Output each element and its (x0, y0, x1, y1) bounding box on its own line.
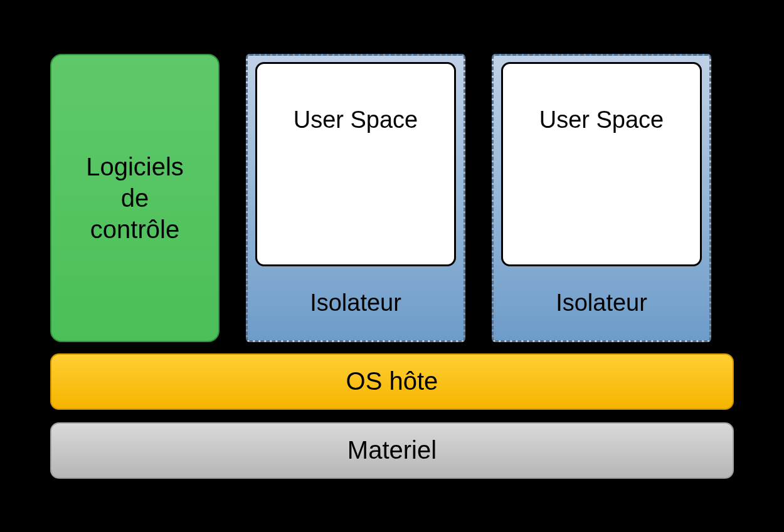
isolator-2-label-wrap: Isolateur (494, 266, 709, 340)
user-space-2: User Space (501, 62, 702, 266)
user-space-2-label: User Space (539, 107, 664, 133)
user-space-1: User Space (255, 62, 456, 266)
host-os-box: OS hôte (50, 353, 734, 410)
user-space-1-label: User Space (294, 107, 418, 133)
isolator-1-label: Isolateur (310, 289, 401, 316)
host-os-label: OS hôte (346, 367, 438, 395)
control-software-label: Logiciels de contrôle (86, 151, 184, 245)
isolator-box-1: User Space Isolateur (246, 54, 465, 342)
top-row: Logiciels de contrôle User Space Isolate… (50, 54, 734, 342)
virtualization-diagram: Logiciels de contrôle User Space Isolate… (50, 54, 734, 479)
isolator-1-label-wrap: Isolateur (248, 266, 464, 340)
isolator-box-2: User Space Isolateur (492, 54, 711, 342)
hardware-box: Materiel (50, 422, 734, 479)
hardware-label: Materiel (347, 436, 437, 464)
isolator-2-label: Isolateur (556, 289, 647, 316)
control-software-box: Logiciels de contrôle (50, 54, 220, 342)
